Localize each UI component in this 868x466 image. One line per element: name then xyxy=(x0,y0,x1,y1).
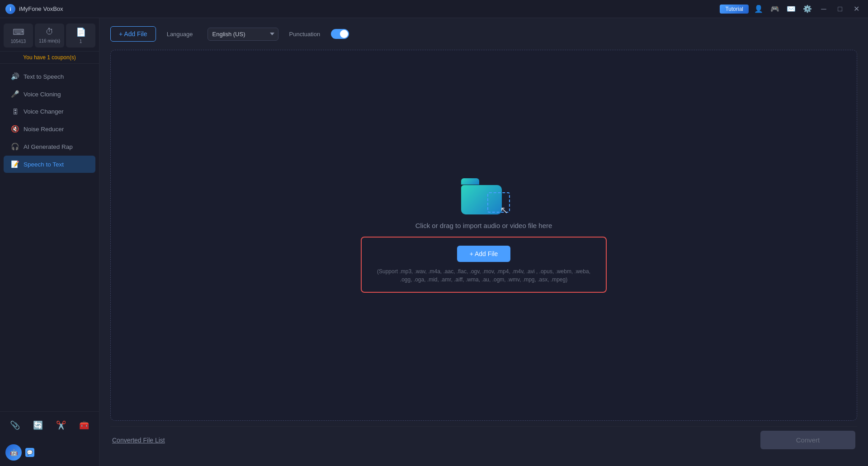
cursor-icon: ↖ xyxy=(500,204,508,216)
noise-reducer-icon: 🔇 xyxy=(11,125,19,133)
titlebar: i iMyFone VoxBox Tutorial 👤 🎮 ✉️ ⚙️ ─ □ … xyxy=(0,0,868,18)
text-to-speech-icon: 🔊 xyxy=(11,72,19,81)
drop-zone[interactable]: ↖ Click or drag to import audio or video… xyxy=(110,50,857,421)
add-file-button[interactable]: + Add File xyxy=(110,26,156,42)
bottom-bar: Converted File List Convert xyxy=(110,426,857,453)
add-file-area: + Add File (Support .mp3, .wav, .m4a, .a… xyxy=(361,237,607,293)
minutes-value: 116 min(s) xyxy=(39,38,60,43)
app-title: iMyFone VoxBox xyxy=(19,5,63,12)
minimize-button[interactable]: ─ xyxy=(817,3,830,15)
toolbox-icon[interactable]: 🧰 xyxy=(76,417,92,433)
mail-icon[interactable]: ✉️ xyxy=(785,3,797,15)
language-select[interactable]: English (US) Chinese (Simplified) Spanis… xyxy=(208,28,278,41)
sidebar-item-label: Voice Changer xyxy=(24,108,64,115)
files-icon: 📄 xyxy=(76,27,86,37)
sidebar-item-label: Text to Speech xyxy=(24,73,64,80)
minutes-icon: ⏱ xyxy=(46,27,54,37)
sidebar-item-noise-reducer[interactable]: 🔇 Noise Reducer xyxy=(4,120,95,138)
characters-value: 105413 xyxy=(11,39,26,44)
folder-tab xyxy=(461,178,479,185)
titlebar-controls: Tutorial 👤 🎮 ✉️ ⚙️ ─ □ ✕ xyxy=(720,3,863,15)
stats-bar: ⌨ 105413 ⏱ 116 min(s) 📄 1 xyxy=(0,18,99,52)
sidebar-bottom-icons: 📎 🔄 ✂️ 🧰 xyxy=(0,411,99,439)
coupon-text: You have 1 coupon(s) xyxy=(23,54,75,61)
nav-section: 🔊 Text to Speech 🎤 Voice Cloning 🎛 Voice… xyxy=(0,64,99,411)
stat-files: 📄 1 xyxy=(66,24,95,48)
support-formats-text: (Support .mp3, .wav, .m4a, .aac, .flac, … xyxy=(375,267,592,284)
files-value: 1 xyxy=(80,39,82,44)
speech-to-text-icon: 📝 xyxy=(11,160,19,168)
punctuation-toggle[interactable] xyxy=(331,29,349,39)
stat-minutes: ⏱ 116 min(s) xyxy=(35,24,64,48)
add-file-blue-button[interactable]: + Add File xyxy=(457,246,511,262)
stat-characters: ⌨ 105413 xyxy=(4,24,33,48)
app-layout: ⌨ 105413 ⏱ 116 min(s) 📄 1 You have 1 cou… xyxy=(0,18,868,466)
sidebar-item-speech-to-text[interactable]: 📝 Speech to Text xyxy=(4,156,95,173)
refresh-icon[interactable]: 🔄 xyxy=(30,417,46,433)
toolbar-right: Language English (US) Chinese (Simplifie… xyxy=(167,28,349,41)
sidebar-item-label: Speech to Text xyxy=(24,161,64,168)
main-content: + Add File Language English (US) Chinese… xyxy=(99,18,868,466)
tutorial-button[interactable]: Tutorial xyxy=(720,5,749,14)
chat-badge: 💬 xyxy=(25,448,34,457)
maximize-button[interactable]: □ xyxy=(834,3,846,15)
ai-rap-icon: 🎧 xyxy=(11,143,19,151)
sidebar-item-label: AI Generated Rap xyxy=(24,143,73,150)
drop-instruction: Click or drag to import audio or video f… xyxy=(415,222,552,229)
voice-changer-icon: 🎛 xyxy=(11,108,19,115)
user-icon[interactable]: 👤 xyxy=(752,3,765,15)
sidebar-item-label: Noise Reducer xyxy=(24,126,64,133)
attachment-icon[interactable]: 📎 xyxy=(7,417,23,433)
avatar-area: 🤖 💬 xyxy=(0,439,99,466)
convert-button[interactable]: Convert xyxy=(760,431,855,449)
sidebar-item-text-to-speech[interactable]: 🔊 Text to Speech xyxy=(4,68,95,85)
sidebar-item-voice-changer[interactable]: 🎛 Voice Changer xyxy=(4,103,95,120)
folder-icon: ↖ xyxy=(461,178,506,214)
gamepad-icon[interactable]: 🎮 xyxy=(769,3,781,15)
characters-icon: ⌨ xyxy=(13,27,24,37)
coupon-bar: You have 1 coupon(s) xyxy=(0,52,99,64)
language-label: Language xyxy=(167,31,193,38)
voice-cloning-icon: 🎤 xyxy=(11,90,19,98)
avatar: 🤖 xyxy=(5,444,22,461)
sidebar-item-label: Voice Cloning xyxy=(24,91,61,98)
app-logo: i xyxy=(5,4,15,14)
scissors-icon[interactable]: ✂️ xyxy=(53,417,69,433)
close-button[interactable]: ✕ xyxy=(850,3,863,15)
settings-icon[interactable]: ⚙️ xyxy=(801,3,814,15)
toolbar: + Add File Language English (US) Chinese… xyxy=(110,26,857,42)
sidebar: ⌨ 105413 ⏱ 116 min(s) 📄 1 You have 1 cou… xyxy=(0,18,99,466)
punctuation-label: Punctuation xyxy=(289,31,321,38)
converted-file-list-link[interactable]: Converted File List xyxy=(112,437,165,444)
sidebar-item-voice-cloning[interactable]: 🎤 Voice Cloning xyxy=(4,86,95,103)
sidebar-item-ai-generated-rap[interactable]: 🎧 AI Generated Rap xyxy=(4,138,95,155)
